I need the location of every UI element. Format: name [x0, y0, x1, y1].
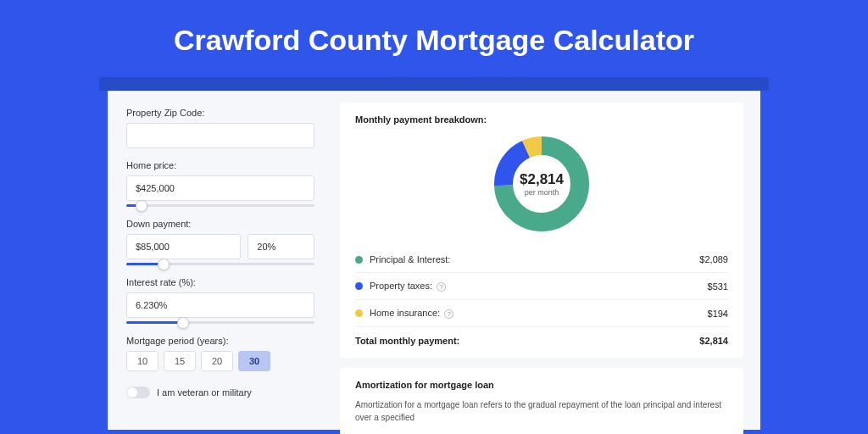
- breakdown-title: Monthly payment breakdown:: [355, 114, 728, 125]
- legend-value: $531: [708, 281, 728, 292]
- legend-row: Home insurance: ?$194: [355, 299, 728, 326]
- zip-block: Property Zip Code:: [126, 108, 314, 148]
- form-column: Property Zip Code: Home price: Down paym…: [108, 91, 328, 430]
- toggle-knob: [127, 387, 137, 398]
- home-price-slider[interactable]: [126, 204, 314, 207]
- donut-sub: per month: [525, 188, 559, 197]
- period-block: Mortgage period (years): 10152030: [126, 336, 314, 371]
- down-payment-label: Down payment:: [126, 219, 314, 229]
- legend-row: Property taxes: ?$531: [355, 272, 728, 299]
- amortization-text: Amortization for a mortgage loan refers …: [355, 398, 728, 424]
- total-row: Total monthly payment: $2,814: [355, 326, 728, 346]
- calculator-panel: Property Zip Code: Home price: Down paym…: [108, 91, 760, 430]
- period-btn-15[interactable]: 15: [164, 351, 196, 371]
- home-price-block: Home price:: [126, 160, 314, 207]
- legend-dot: [355, 282, 363, 290]
- breakdown-card: Monthly payment breakdown: $2,814 per mo…: [340, 103, 743, 358]
- slider-fill: [126, 321, 183, 324]
- down-payment-input[interactable]: [126, 234, 241, 259]
- legend-label: Home insurance: ?: [370, 308, 453, 319]
- down-payment-block: Down payment:: [126, 219, 314, 265]
- down-payment-slider[interactable]: [126, 263, 314, 265]
- page-title: Crawford County Mortgage Calculator: [0, 0, 868, 77]
- veteran-toggle[interactable]: [126, 387, 150, 398]
- help-icon[interactable]: ?: [444, 309, 453, 319]
- veteran-label: I am veteran or military: [157, 387, 252, 398]
- period-label: Mortgage period (years):: [126, 336, 314, 346]
- zip-label: Property Zip Code:: [126, 108, 314, 118]
- amortization-card: Amortization for mortgage loan Amortizat…: [340, 368, 743, 434]
- total-label: Total monthly payment:: [355, 336, 459, 346]
- down-payment-pct-input[interactable]: [248, 234, 314, 259]
- legend-dot: [355, 256, 363, 264]
- period-btn-20[interactable]: 20: [201, 351, 233, 371]
- period-btn-10[interactable]: 10: [126, 351, 159, 371]
- legend-label: Property taxes: ?: [370, 281, 446, 292]
- help-icon[interactable]: ?: [437, 282, 446, 292]
- interest-block: Interest rate (%):: [126, 277, 314, 324]
- slider-thumb[interactable]: [177, 317, 189, 329]
- home-price-label: Home price:: [126, 160, 314, 170]
- interest-slider[interactable]: [126, 321, 314, 324]
- donut-center: $2,814 per month: [491, 133, 593, 235]
- slider-thumb[interactable]: [136, 200, 147, 212]
- legend-value: $194: [708, 309, 728, 319]
- donut-wrap: $2,814 per month: [355, 133, 728, 235]
- period-btn-30[interactable]: 30: [238, 351, 270, 371]
- summary-column: Monthly payment breakdown: $2,814 per mo…: [328, 91, 760, 430]
- total-value: $2,814: [699, 336, 728, 346]
- legend-label: Principal & Interest:: [370, 254, 450, 264]
- veteran-row: I am veteran or military: [126, 387, 314, 398]
- slider-thumb[interactable]: [158, 259, 170, 270]
- interest-input[interactable]: [126, 292, 314, 318]
- zip-input[interactable]: [126, 123, 314, 148]
- interest-label: Interest rate (%):: [126, 277, 314, 287]
- legend-dot: [355, 309, 363, 317]
- donut-amount: $2,814: [520, 171, 564, 188]
- panel-shadow: [99, 77, 769, 91]
- amortization-title: Amortization for mortgage loan: [355, 380, 728, 390]
- legend-row: Principal & Interest: $2,089: [355, 247, 728, 272]
- legend-value: $2,089: [699, 254, 728, 264]
- home-price-input[interactable]: [126, 175, 314, 201]
- donut-chart: $2,814 per month: [491, 133, 593, 235]
